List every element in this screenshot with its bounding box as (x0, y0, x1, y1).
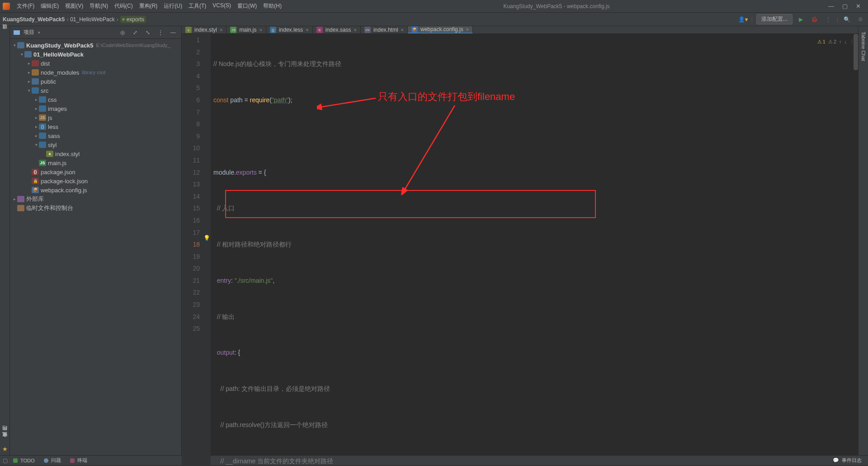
menu-code[interactable]: 代码(C) (111, 0, 136, 12)
tree-node-wpconfig[interactable]: 📦webpack.config.js (10, 185, 181, 195)
breadcrumb-folder[interactable]: 01_HelloWebPack (70, 16, 115, 23)
annotation-text: 只有入口的文件打包到filename (378, 91, 515, 103)
tree-node-images[interactable]: images (10, 104, 181, 113)
project-panel: 项目 ▾ ◎ ⤢ ⤡ ⋮ — KuangStudy_WebPack5E:\Cod… (10, 26, 182, 455)
fold-gutter: 💡 (204, 34, 211, 466)
more-run-icon[interactable]: ⋮ (823, 14, 833, 24)
tree-node-indexstyl[interactable]: sindex.styl (10, 149, 181, 158)
menu-view[interactable]: 视图(V) (62, 0, 86, 12)
close-icon[interactable]: × (354, 27, 356, 33)
tree-node-sass[interactable]: sass (10, 131, 181, 140)
tab-main-js[interactable]: JSmain.js× (226, 26, 266, 33)
run-icon[interactable]: ▶ (796, 14, 806, 24)
breadcrumb-tag[interactable]: exports (120, 16, 146, 23)
weak-warning-icon[interactable]: ⚠ 2 (828, 36, 836, 48)
terminal-tab[interactable]: 终端 (66, 456, 91, 465)
tabnine-chat-tab[interactable]: Tabnine Chat (859, 29, 868, 64)
tree-node-public[interactable]: public (10, 77, 181, 86)
tree-node-src[interactable]: src (10, 86, 181, 95)
favorites-tool-tab[interactable]: 收藏夹 (0, 439, 9, 443)
tree-node-pkgjson[interactable]: {}package.json (10, 167, 181, 176)
breadcrumb-project[interactable]: KuangStudy_WebPack5 (3, 16, 65, 23)
settings-icon[interactable]: ⋮ (156, 28, 165, 37)
collapse-all-icon[interactable]: ⤡ (143, 28, 152, 37)
structure-tool-tab[interactable]: 结构 (0, 433, 9, 437)
tree-node-pkglock[interactable]: 🔒package-lock.json (10, 176, 181, 185)
code-editor[interactable]: 12345 678910 1112131415 1617181920 21222… (182, 34, 858, 466)
tree-node-mainjs[interactable]: JSmain.js (10, 158, 181, 167)
tree-node-root[interactable]: KuangStudy_WebPack5E:\Code\WebStorm\Kuan… (10, 41, 181, 50)
folder-icon (39, 142, 46, 148)
maximize-icon[interactable]: ▢ (842, 3, 848, 10)
folder-icon (39, 96, 46, 103)
close-icon[interactable]: × (401, 27, 404, 33)
webpack-file-icon: 📦 (32, 187, 39, 193)
menu-file[interactable]: 文件(F) (14, 0, 38, 12)
menu-run[interactable]: 运行(U) (160, 0, 185, 12)
menu-vcs[interactable]: VCS(S) (209, 0, 234, 12)
folder-icon (39, 105, 46, 112)
titlebar: 文件(F) 编辑(E) 视图(V) 导航(N) 代码(C) 重构(R) 运行(U… (0, 0, 868, 13)
run-config-dropdown[interactable]: 添加配置... (756, 14, 793, 24)
tree-node-scratch[interactable]: 临时文件和控制台 (10, 204, 181, 213)
menu-window[interactable]: 窗口(W) (234, 0, 260, 12)
code-content[interactable]: // Node.js的核心模块，专门用来处理文件路径 const path = … (211, 34, 858, 466)
tab-index-sass[interactable]: Sindex.sass× (313, 26, 361, 33)
json-file-icon: 🔒 (32, 178, 39, 184)
menubar: 文件(F) 编辑(E) 视图(V) 导航(N) 代码(C) 重构(R) 运行(U… (14, 0, 285, 12)
close-icon[interactable]: × (259, 27, 262, 33)
settings-icon[interactable]: ⚙ (855, 14, 865, 24)
close-icon[interactable]: ✕ (856, 3, 861, 10)
tree-node-css[interactable]: css (10, 95, 181, 104)
intention-bulb-icon[interactable]: 💡 (203, 232, 210, 244)
close-icon[interactable]: × (466, 27, 469, 32)
tool-window-toggle-icon[interactable]: ▢ (3, 457, 8, 464)
todo-tab[interactable]: TODO (9, 457, 38, 464)
expand-all-icon[interactable]: ⤢ (131, 28, 140, 37)
code-with-me-icon[interactable]: 👤▾ (738, 16, 748, 23)
scratch-icon (17, 205, 24, 211)
tree-node-styl[interactable]: styl (10, 140, 181, 149)
hide-icon[interactable]: — (169, 28, 178, 37)
menu-navigate[interactable]: 导航(N) (86, 0, 111, 12)
minimize-icon[interactable]: — (828, 3, 834, 10)
app-logo-icon (3, 3, 10, 10)
tab-webpack-config[interactable]: 📦webpack.config.js× (408, 26, 473, 33)
tree-node-node_modules[interactable]: node_moduleslibrary root (10, 68, 181, 77)
folder-icon (17, 42, 24, 48)
down-arrow-icon[interactable]: ↓ (844, 36, 847, 48)
chevron-down-icon[interactable]: ▾ (38, 30, 40, 35)
search-icon[interactable]: 🔍 (842, 14, 852, 24)
close-icon[interactable]: × (306, 27, 308, 33)
project-view-label[interactable]: 项目 (24, 29, 34, 36)
problems-tab[interactable]: 问题 (40, 456, 65, 465)
tree-node-hello[interactable]: 01_HelloWebPack (10, 50, 181, 59)
select-opened-file-icon[interactable]: ◎ (118, 28, 127, 37)
terminal-icon (70, 458, 75, 463)
warning-icon[interactable]: ⚠ 1 (817, 36, 826, 48)
up-arrow-icon[interactable]: ↑ (839, 36, 842, 48)
debug-icon[interactable]: 🐞 (810, 14, 820, 24)
tree-node-external[interactable]: 外部库 (10, 195, 181, 204)
chevron-right-icon: › (66, 16, 68, 23)
js-file-icon: JS (39, 160, 46, 166)
tab-index-less[interactable]: {}index.less× (266, 26, 313, 33)
project-tree[interactable]: KuangStudy_WebPack5E:\Code\WebStorm\Kuan… (10, 39, 181, 455)
tree-node-dist[interactable]: dist (10, 59, 181, 68)
menu-refactor[interactable]: 重构(R) (136, 0, 161, 12)
folder-icon (39, 133, 46, 139)
tree-node-js[interactable]: JSjs (10, 113, 181, 122)
tab-index-styl[interactable]: sindex.styl× (182, 26, 226, 33)
tab-index-html[interactable]: <>index.html× (361, 26, 408, 33)
editor-scrollbar[interactable] (854, 34, 858, 70)
folder-icon (32, 69, 39, 76)
menu-help[interactable]: 帮助(H) (260, 0, 285, 12)
webpack-file-icon: 📦 (411, 26, 418, 33)
folder-icon (24, 51, 32, 57)
json-file-icon: {} (32, 169, 39, 175)
menu-edit[interactable]: 编辑(E) (38, 0, 62, 12)
tree-node-less[interactable]: {}less (10, 122, 181, 131)
menu-tools[interactable]: 工具(T) (185, 0, 209, 12)
close-icon[interactable]: × (220, 27, 222, 33)
project-tool-tab[interactable]: 项目 (0, 29, 9, 36)
